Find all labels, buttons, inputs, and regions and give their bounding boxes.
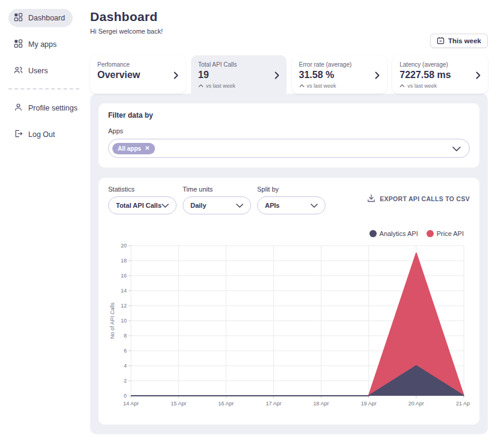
- sidebar-item-users[interactable]: Users: [8, 62, 56, 80]
- stat-cards-row: Perfomance Overview Total API Calls 19 v…: [90, 55, 488, 94]
- sidebar-item-label: Dashboard: [28, 14, 65, 22]
- chevron-right-icon: [275, 71, 279, 82]
- stat-card-value: Overview: [97, 70, 178, 80]
- time-units-dropdown[interactable]: Daily: [183, 196, 251, 214]
- legend-item-price-api: Price API: [427, 230, 464, 237]
- split-by-control: Split by APIs: [257, 186, 326, 214]
- chart-controls: Statistics Total API Calls Time units Da…: [108, 186, 470, 214]
- stat-card-label: Total API Calls: [198, 61, 279, 68]
- main-content: Dashboard Hi Sergei welcome back! This w…: [90, 0, 488, 434]
- legend-dot-analytics: [369, 230, 377, 237]
- chip-label: All apps: [118, 145, 141, 152]
- stat-card-compare: vs last week: [198, 83, 279, 89]
- chevron-right-icon: [375, 71, 380, 82]
- api-calls-chart: 0246810121416182014 Apr15 Apr16 Apr17 Ap…: [108, 240, 470, 416]
- chevron-down-icon: [162, 202, 169, 209]
- chevron-down-icon: [452, 143, 461, 154]
- chevron-up-icon: [299, 83, 305, 89]
- stat-card-compare: vs last week: [399, 83, 481, 89]
- apps-multiselect[interactable]: All apps ✕: [108, 139, 470, 158]
- chevron-right-icon: [476, 71, 481, 82]
- apps-grid-icon: [14, 39, 23, 50]
- chevron-up-icon: [198, 83, 204, 89]
- chevron-down-icon: [311, 202, 318, 209]
- apps-filter-label: Apps: [108, 127, 470, 135]
- page-title: Dashboard: [90, 10, 488, 24]
- sidebar-item-profile-settings[interactable]: Profile settings: [8, 99, 85, 117]
- statistics-dropdown[interactable]: Total API Calls: [108, 196, 177, 214]
- sidebar-item-label: Log Out: [28, 130, 55, 139]
- svg-text:18: 18: [121, 258, 127, 264]
- greeting-text: Hi Sergei welcome back!: [90, 28, 488, 35]
- export-csv-button[interactable]: EXPORT API CALLS TO CSV: [367, 194, 470, 204]
- statistics-card: Statistics Total API Calls Time units Da…: [99, 178, 479, 425]
- chevron-up-icon: [399, 83, 405, 89]
- svg-text:17 Apr: 17 Apr: [266, 401, 281, 407]
- svg-text:14 Apr: 14 Apr: [123, 401, 139, 407]
- time-units-control: Time units Daily: [183, 186, 251, 214]
- time-units-label: Time units: [183, 186, 251, 193]
- svg-text:12: 12: [121, 303, 127, 309]
- chevron-right-icon: [174, 71, 178, 82]
- sidebar: Dashboard My apps Users Profile settings…: [0, 0, 90, 448]
- legend-dot-price: [427, 230, 434, 237]
- calendar-icon: [437, 37, 445, 46]
- sidebar-divider: [8, 88, 79, 89]
- svg-text:16 Apr: 16 Apr: [218, 401, 234, 407]
- svg-text:15 Apr: 15 Apr: [171, 401, 186, 407]
- svg-text:19 Apr: 19 Apr: [361, 401, 377, 407]
- svg-text:16: 16: [121, 273, 127, 279]
- logout-icon: [14, 129, 23, 140]
- profile-icon: [14, 103, 23, 114]
- svg-text:20: 20: [121, 243, 127, 249]
- split-by-label: Split by: [257, 186, 326, 193]
- legend-item-analytics-api: Analytics API: [369, 230, 418, 237]
- stat-card-value: 7227.58 ms: [399, 70, 481, 80]
- chart-legend: Analytics API Price API: [108, 230, 470, 237]
- stat-card-label: Error rate (average): [299, 61, 380, 68]
- statistics-control: Statistics Total API Calls: [108, 186, 177, 214]
- svg-text:No of API Calls: No of API Calls: [109, 302, 115, 339]
- svg-text:4: 4: [124, 363, 127, 369]
- dashboard-panel: Filter data by Apps All apps ✕ Statistic…: [90, 94, 488, 434]
- selected-app-chip: All apps ✕: [112, 143, 155, 154]
- sidebar-item-log-out[interactable]: Log Out: [8, 126, 62, 144]
- stat-card-error-rate[interactable]: Error rate (average) 31.58 % vs last wee…: [292, 55, 387, 94]
- period-selector-button[interactable]: This week: [430, 34, 488, 48]
- filter-heading: Filter data by: [108, 111, 470, 120]
- sidebar-item-label: Users: [28, 67, 48, 75]
- svg-text:20 Apr: 20 Apr: [408, 401, 424, 407]
- svg-text:0: 0: [124, 393, 127, 399]
- filter-card: Filter data by Apps All apps ✕: [99, 103, 479, 168]
- stat-card-value: 19: [198, 70, 279, 80]
- sidebar-item-dashboard[interactable]: Dashboard: [8, 9, 73, 27]
- svg-text:18 Apr: 18 Apr: [314, 401, 329, 407]
- dashboard-grid-icon: [14, 13, 23, 23]
- sidebar-item-label: Profile settings: [28, 104, 77, 112]
- stat-card-label: Perfomance: [97, 61, 178, 68]
- stat-card-latency[interactable]: Latency (average) 7227.58 ms vs last wee…: [392, 55, 488, 94]
- svg-text:21 Apr: 21 Apr: [456, 401, 470, 407]
- svg-text:14: 14: [121, 288, 127, 294]
- svg-text:6: 6: [124, 348, 127, 354]
- svg-text:2: 2: [124, 378, 127, 384]
- stat-card-compare: vs last week: [299, 83, 380, 89]
- chip-remove-icon[interactable]: ✕: [145, 145, 150, 151]
- svg-text:10: 10: [121, 318, 127, 324]
- sidebar-item-label: My apps: [28, 40, 56, 49]
- users-icon: [14, 65, 23, 76]
- stat-card-performance[interactable]: Perfomance Overview: [90, 55, 186, 94]
- download-icon: [367, 194, 375, 204]
- period-selector-label: This week: [448, 37, 481, 44]
- area-chart-canvas: 0246810121416182014 Apr15 Apr16 Apr17 Ap…: [108, 240, 470, 414]
- stat-card-total-api-calls[interactable]: Total API Calls 19 vs last week: [191, 55, 287, 94]
- statistics-label: Statistics: [108, 186, 177, 193]
- chevron-down-icon: [236, 202, 243, 209]
- stat-card-label: Latency (average): [399, 61, 481, 68]
- split-by-dropdown[interactable]: APIs: [257, 196, 326, 214]
- svg-text:8: 8: [124, 333, 127, 339]
- stat-card-value: 31.58 %: [299, 70, 380, 80]
- sidebar-item-my-apps[interactable]: My apps: [8, 35, 64, 53]
